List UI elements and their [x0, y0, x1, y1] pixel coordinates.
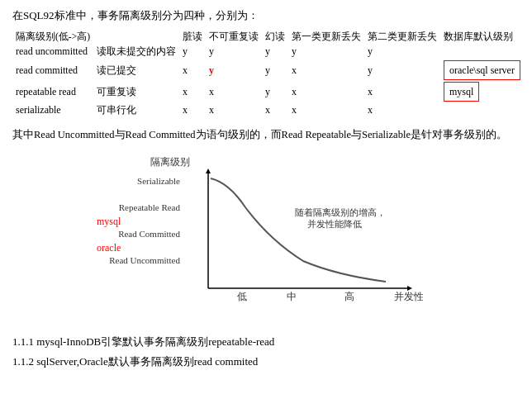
table-cell: x — [206, 102, 262, 118]
table-cell: x — [288, 59, 364, 81]
table-cell: y — [206, 44, 262, 59]
col-header-nonrep: 不可重复读 — [206, 30, 262, 44]
table-cell: y — [262, 81, 288, 102]
table-cell: 读已提交 — [93, 59, 179, 81]
col-header-lost1: 第一类更新丢失 — [288, 30, 364, 44]
table-cell: x — [364, 102, 440, 118]
table-cell: x — [179, 59, 206, 81]
table-cell: y — [364, 44, 440, 59]
table-cell: mysql — [440, 81, 524, 102]
table-cell: read committed — [12, 59, 93, 81]
table-row: read committed读已提交xyyxyoracle\sql server — [12, 59, 524, 81]
table-cell: serializable — [12, 102, 93, 118]
table-cell — [440, 102, 524, 118]
table-cell: x — [179, 102, 206, 118]
y-label-committed: Read Committed — [93, 221, 183, 247]
table-cell: x — [364, 81, 440, 102]
section-1: 1.1.1 mysql-InnoDB引擎默认事务隔离级别repeatable-r… — [12, 335, 520, 349]
note-text: 其中Read Uncommitted与Read Committed为语句级别的，… — [12, 126, 520, 143]
table-cell: y — [206, 59, 262, 81]
table-cell: 可串行化 — [93, 102, 179, 118]
section-2: 1.1.2 sqlServer,Oracle默认事务隔离级别read commi… — [12, 354, 520, 369]
table-cell: y — [262, 44, 288, 59]
svg-text:随着隔离级别的增高，: 随着隔离级别的增高， — [295, 207, 386, 217]
table-cell: x — [288, 102, 364, 118]
svg-text:并发性能: 并发性能 — [394, 291, 423, 302]
chart-svg-area: 低 中 高 并发性能 随着隔离级别的增高， 并发性能降低 — [188, 166, 423, 302]
table-row: repeatable read可重复读xxyxxmysql — [12, 81, 524, 102]
table-cell: y — [179, 44, 206, 59]
col-header-level: 隔离级别(低->高) — [12, 30, 93, 44]
svg-marker-2 — [206, 169, 211, 173]
col-header-desc — [93, 30, 179, 44]
isolation-table-section: 隔离级别(低->高) 脏读 不可重复读 幻读 第一类更新丢失 第二类更新丢失 数… — [12, 30, 520, 118]
sections-container: 1.1.1 mysql-InnoDB引擎默认事务隔离级别repeatable-r… — [12, 335, 520, 369]
col-header-dirty: 脏读 — [179, 30, 206, 44]
table-cell: y — [262, 59, 288, 81]
table-cell: read uncommitted — [12, 44, 93, 59]
svg-text:并发性能降低: 并发性能降低 — [307, 219, 362, 229]
table-cell: y — [288, 44, 364, 59]
table-cell: 读取未提交的内容 — [93, 44, 179, 59]
table-cell: x — [288, 81, 364, 102]
col-header-default: 数据库默认级别 — [440, 30, 524, 44]
y-label-uncommitted: Read Uncommitted — [93, 247, 183, 273]
table-cell: x — [262, 102, 288, 118]
chart-y-labels: Serializable Repeatable Read Read Commit… — [93, 168, 183, 273]
y-label-repeatable: Repeatable Read — [93, 194, 183, 221]
table-cell: oracle\sql server — [440, 59, 524, 81]
table-cell: repeatable read — [12, 81, 93, 102]
col-header-lost2: 第二类更新丢失 — [364, 30, 440, 44]
table-cell: x — [206, 81, 262, 102]
intro-text: 在SQL92标准中，事务隔离级别分为四种，分别为： — [12, 8, 520, 23]
table-cell: y — [364, 59, 440, 81]
table-row: serializable可串行化xxxxx — [12, 102, 524, 118]
table-cell: x — [179, 81, 206, 102]
svg-text:中: 中 — [287, 291, 297, 302]
svg-text:低: 低 — [237, 291, 247, 302]
svg-text:高: 高 — [344, 291, 354, 302]
chart-container: 隔离级别 mysql oracle Serializable Repeatabl… — [93, 151, 439, 325]
table-cell — [440, 44, 524, 59]
table-cell: 可重复读 — [93, 81, 179, 102]
y-label-serializable: Serializable — [93, 168, 183, 194]
isolation-table: 隔离级别(低->高) 脏读 不可重复读 幻读 第一类更新丢失 第二类更新丢失 数… — [12, 30, 524, 118]
table-row: read uncommitted读取未提交的内容yyyyy — [12, 44, 524, 59]
col-header-phantom: 幻读 — [262, 30, 288, 44]
